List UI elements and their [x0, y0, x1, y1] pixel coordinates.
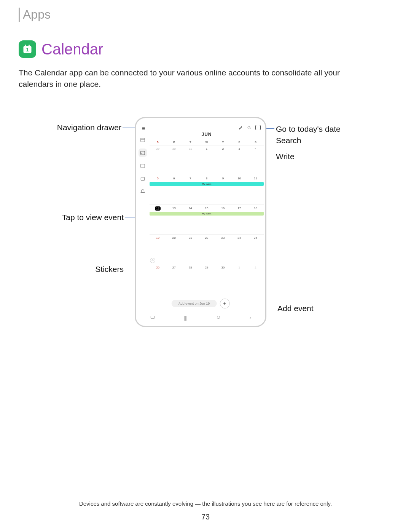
callout-stickers: Stickers: [19, 265, 124, 274]
event-bar[interactable]: My event: [150, 212, 264, 216]
svg-text:1: 1: [26, 47, 29, 53]
today-date[interactable]: 12: [155, 206, 161, 211]
date-cell[interactable]: 11: [247, 177, 264, 180]
rail-year-icon[interactable]: [139, 136, 147, 144]
callout-search: Search: [276, 136, 301, 145]
date-cell[interactable]: 3: [231, 147, 247, 150]
svg-point-4: [248, 126, 250, 128]
date-cell[interactable]: 6: [166, 177, 182, 180]
dow-cell: M: [166, 141, 182, 144]
event-bar[interactable]: My event: [150, 182, 264, 186]
header: Apps: [19, 8, 390, 22]
svg-rect-8: [141, 151, 145, 155]
nav-back-icon[interactable]: ‹: [250, 315, 251, 321]
nav-home-icon[interactable]: [216, 315, 221, 321]
date-cell[interactable]: 10: [231, 177, 247, 180]
dow-cell: W: [199, 141, 215, 144]
date-cell[interactable]: 30: [215, 266, 231, 269]
date-cell[interactable]: 28: [182, 266, 199, 269]
week-row: 567891011My event: [150, 175, 264, 204]
rail-day-icon[interactable]: [139, 174, 147, 183]
svg-rect-9: [142, 153, 142, 153]
week-row: 19202122232425☺: [150, 234, 264, 264]
date-cell[interactable]: 18: [247, 206, 264, 211]
svg-rect-12: [151, 316, 155, 319]
intro-paragraph: The Calendar app can be connected to you…: [19, 67, 354, 90]
date-cell[interactable]: 7: [182, 177, 199, 180]
footer-disclaimer: Devices and software are constantly evol…: [0, 500, 411, 507]
view-side-rail: [137, 136, 148, 196]
date-cell[interactable]: 4: [247, 147, 264, 150]
svg-rect-6: [141, 138, 145, 142]
date-cell[interactable]: 14: [182, 206, 199, 211]
date-cell[interactable]: 27: [166, 266, 182, 269]
dow-cell: S: [150, 141, 166, 144]
date-cell[interactable]: 9: [215, 177, 231, 180]
date-cell[interactable]: 20: [166, 236, 182, 240]
callout-write: Write: [276, 152, 295, 161]
week-row: 2930311234: [150, 145, 264, 175]
callout-tap-view-event: Tap to view event: [19, 213, 124, 222]
page-title: Calendar: [41, 41, 103, 58]
rail-reminder-icon[interactable]: [139, 187, 147, 196]
date-cell[interactable]: 29: [199, 266, 215, 269]
page-number: 73: [0, 513, 411, 521]
nav-recents-icon[interactable]: |||: [184, 315, 187, 321]
calendar-grid: JUN SMTWTFS 2930311234567891011My event1…: [150, 132, 264, 305]
add-event-pill-row: Add event on Jun 19 +: [172, 299, 230, 308]
date-cell[interactable]: 15: [199, 206, 215, 211]
callout-add-event: Add event: [277, 304, 314, 313]
week-row: 262728293012: [150, 264, 264, 279]
rail-week-icon[interactable]: [139, 161, 147, 170]
date-cell[interactable]: 12: [150, 206, 166, 211]
calendar-app-icon: 1: [19, 40, 36, 58]
section-label: Apps: [23, 8, 51, 22]
add-event-pill[interactable]: Add event on Jun 19: [172, 300, 217, 307]
date-cell[interactable]: 30: [166, 147, 182, 150]
date-cell[interactable]: 2: [247, 266, 264, 269]
date-cell[interactable]: 2: [215, 147, 231, 150]
date-cell[interactable]: 8: [199, 177, 215, 180]
date-cell[interactable]: 5: [150, 177, 166, 180]
hamburger-icon[interactable]: ≡: [142, 125, 145, 131]
date-cell[interactable]: 23: [215, 236, 231, 240]
date-cell[interactable]: 21: [182, 236, 199, 240]
rail-month-icon[interactable]: [139, 149, 147, 157]
callout-navigation-drawer: Navigation drawer: [19, 123, 121, 132]
nav-recent-icon[interactable]: [150, 315, 155, 321]
date-cell[interactable]: 1: [231, 266, 247, 269]
date-cell[interactable]: 25: [247, 236, 264, 240]
date-cell[interactable]: 16: [215, 206, 231, 211]
sticker-icon[interactable]: ☺: [150, 258, 155, 263]
dow-cell: T: [215, 141, 231, 144]
date-cell[interactable]: 22: [199, 236, 215, 240]
callout-go-today: Go to today's date: [276, 125, 341, 134]
today-icon[interactable]: [255, 125, 261, 130]
dow-cell: T: [182, 141, 199, 144]
svg-rect-11: [141, 177, 144, 180]
date-cell[interactable]: 24: [231, 236, 247, 240]
search-icon[interactable]: [247, 125, 252, 130]
dow-cell: S: [247, 141, 264, 144]
device-mockup: ≡: [135, 117, 266, 327]
date-cell[interactable]: 13: [166, 206, 182, 211]
svg-line-5: [250, 128, 251, 129]
dow-cell: F: [231, 141, 247, 144]
date-cell[interactable]: 26: [150, 266, 166, 269]
write-icon[interactable]: [239, 125, 243, 130]
date-cell[interactable]: 31: [182, 147, 199, 150]
date-cell[interactable]: 1: [199, 147, 215, 150]
diagram-figure: Navigation drawer Tap to view event Stic…: [19, 117, 390, 345]
section-title: 1 Calendar: [19, 40, 390, 58]
svg-rect-10: [141, 164, 145, 168]
date-cell[interactable]: 19: [150, 236, 166, 240]
date-cell[interactable]: 29: [150, 147, 166, 150]
svg-point-13: [217, 316, 220, 319]
add-event-button[interactable]: +: [220, 299, 229, 308]
date-cell[interactable]: 17: [231, 206, 247, 211]
system-nav-bar: ||| ‹: [136, 314, 265, 322]
week-row: 12131415161718My event: [150, 204, 264, 234]
month-label: JUN: [150, 132, 264, 137]
